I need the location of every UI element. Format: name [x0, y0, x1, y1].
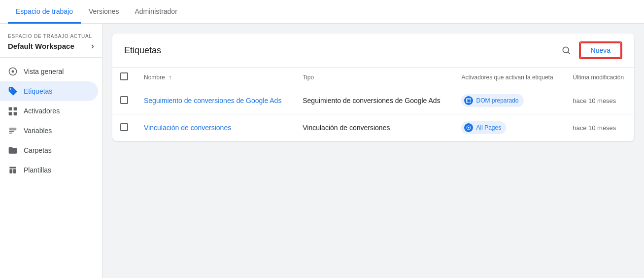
sidebar-item-variables[interactable]: Variables: [0, 121, 98, 140]
sidebar-item-folders[interactable]: Carpetas: [0, 140, 98, 160]
svg-point-15: [468, 127, 470, 129]
workspace-name-text: Default Workspace: [8, 42, 74, 50]
card-title: Etiquetas: [124, 45, 161, 56]
row1-checkbox-cell: [112, 87, 136, 114]
svg-rect-4: [14, 107, 17, 111]
row2-trigger-badge[interactable]: All Pages: [461, 121, 506, 134]
top-navigation: Espacio de trabajo Versiones Administrad…: [0, 0, 644, 24]
sidebar: ESPACIO DE TRABAJO ACTUAL Default Worksp…: [0, 24, 102, 278]
row1-modified-cell: hace 10 meses: [565, 87, 634, 114]
sidebar-item-triggers[interactable]: Activadores: [0, 101, 98, 121]
tag-icon: [8, 86, 18, 96]
nueva-button-wrapper: Nueva: [579, 41, 622, 59]
chevron-right-icon: ›: [91, 41, 94, 51]
allpages-icon: [464, 123, 473, 132]
select-all-checkbox[interactable]: [120, 72, 128, 80]
trigger-icon: [8, 106, 18, 116]
svg-rect-5: [9, 112, 12, 116]
col-modified: Última modificación: [565, 68, 634, 87]
svg-point-1: [12, 70, 14, 73]
tab-workspace[interactable]: Espacio de trabajo: [8, 0, 81, 24]
col-name[interactable]: Nombre ↑: [136, 68, 295, 87]
row1-trigger-badge[interactable]: DOM preparado: [461, 94, 523, 107]
sort-arrow-icon: ↑: [169, 74, 171, 81]
table-row: Vinculación de conversiones Vinculación …: [112, 114, 634, 141]
workspace-label: ESPACIO DE TRABAJO ACTUAL: [8, 34, 94, 39]
workspace-name-button[interactable]: Default Workspace ›: [8, 41, 94, 51]
card-header: Etiquetas Nueva: [112, 34, 634, 68]
sidebar-item-label-triggers: Activadores: [24, 107, 60, 115]
page-layout: ESPACIO DE TRABAJO ACTUAL Default Worksp…: [0, 24, 644, 278]
sidebar-item-label-folders: Carpetas: [24, 146, 52, 154]
table-row: Seguimiento de conversiones de Google Ad…: [112, 87, 634, 114]
sidebar-item-overview[interactable]: Vista general: [0, 62, 98, 81]
svg-point-2: [10, 88, 11, 90]
variable-icon: [8, 126, 18, 136]
row2-checkbox-cell: [112, 114, 136, 141]
row2-modified-cell: hace 10 meses: [565, 114, 634, 141]
tab-admin[interactable]: Administrador: [127, 0, 185, 24]
search-button[interactable]: [557, 41, 575, 59]
tab-versions[interactable]: Versiones: [81, 0, 127, 24]
sidebar-item-label-overview: Vista general: [24, 68, 64, 75]
sidebar-item-tags[interactable]: Etiquetas: [0, 81, 98, 101]
sidebar-item-label-variables: Variables: [24, 127, 52, 135]
folder-icon: [8, 145, 18, 155]
row1-name-cell: Seguimiento de conversiones de Google Ad…: [136, 87, 295, 114]
tags-table: Nombre ↑ Tipo Activadores que activan la…: [112, 68, 634, 141]
overview-icon: [8, 67, 18, 76]
tags-card: Etiquetas Nueva: [112, 34, 634, 141]
dom-icon: [464, 96, 473, 105]
row2-trigger-cell: All Pages: [453, 114, 565, 141]
workspace-section: ESPACIO DE TRABAJO ACTUAL Default Worksp…: [0, 28, 102, 58]
nueva-button[interactable]: Nueva: [580, 42, 621, 58]
sidebar-item-label-tags: Etiquetas: [24, 87, 52, 95]
table-header-row: Nombre ↑ Tipo Activadores que activan la…: [112, 68, 634, 87]
row1-name-link[interactable]: Seguimiento de conversiones de Google Ad…: [144, 97, 281, 104]
svg-rect-11: [467, 99, 471, 103]
row2-modified-time: hace 10 meses: [573, 124, 616, 132]
row2-name-link[interactable]: Vinculación de conversiones: [144, 124, 231, 132]
card-actions: Nueva: [557, 41, 622, 59]
row1-trigger-label: DOM preparado: [476, 97, 518, 104]
sidebar-item-templates[interactable]: Plantillas: [0, 160, 98, 180]
sidebar-item-label-templates: Plantillas: [24, 166, 51, 174]
col-checkbox: [112, 68, 136, 87]
main-content: Etiquetas Nueva: [102, 24, 644, 278]
svg-line-10: [568, 52, 570, 54]
row2-trigger-label: All Pages: [476, 124, 501, 131]
svg-rect-8: [13, 169, 16, 173]
row1-trigger-cell: DOM preparado: [453, 87, 565, 114]
row1-modified-time: hace 10 meses: [573, 97, 616, 104]
template-icon: [8, 165, 18, 175]
col-triggers: Activadores que activan la etiqueta: [453, 68, 565, 87]
svg-rect-3: [9, 107, 12, 111]
row2-checkbox[interactable]: [120, 123, 128, 131]
svg-rect-6: [14, 112, 17, 116]
row1-type-cell: Seguimiento de conversiones de Google Ad…: [295, 87, 453, 114]
row2-type-cell: Vinculación de conversiones: [295, 114, 453, 141]
col-type: Tipo: [295, 68, 453, 87]
row1-checkbox[interactable]: [120, 96, 128, 104]
row2-name-cell: Vinculación de conversiones: [136, 114, 295, 141]
svg-rect-7: [9, 169, 12, 173]
